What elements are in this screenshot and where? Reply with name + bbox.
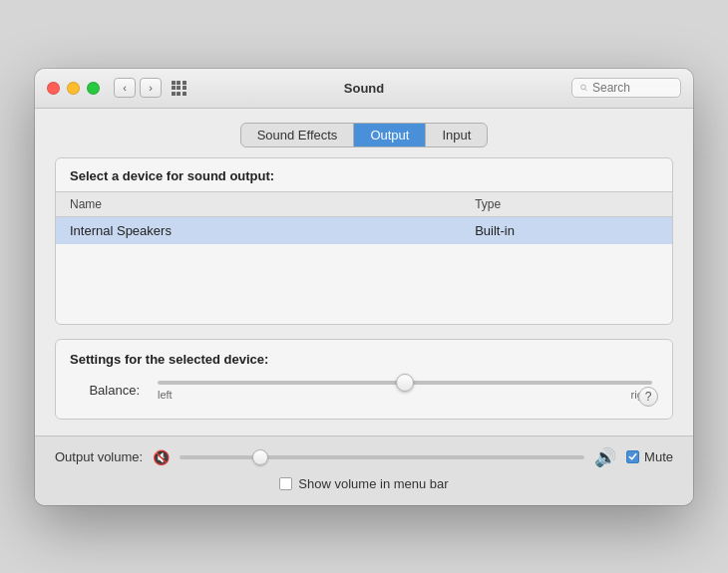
main-window: ‹ › Sound Sound Effects Output Input [35, 69, 693, 505]
content-area: Select a device for sound output: Name T… [35, 157, 693, 435]
tabs-section: Sound Effects Output Input [35, 109, 693, 157]
traffic-lights [47, 82, 100, 95]
svg-line-1 [585, 89, 586, 90]
volume-slider-thumb[interactable] [252, 449, 268, 465]
checkmark-icon [628, 452, 637, 461]
volume-row: Output volume: 🔇 🔊 Mute [55, 446, 673, 468]
volume-low-icon: 🔇 [153, 449, 170, 465]
search-icon [580, 82, 587, 94]
table-row[interactable]: Internal Speakers Built-in [56, 216, 672, 244]
menubar-row: Show volume in menu bar [55, 476, 673, 491]
volume-label: Output volume: [55, 449, 143, 464]
search-box[interactable] [571, 78, 681, 98]
balance-left-label: left [158, 389, 173, 401]
device-table: Name Type Internal Speakers Built-in [56, 191, 672, 324]
device-selection-box: Select a device for sound output: Name T… [55, 157, 673, 325]
forward-button[interactable]: › [140, 78, 162, 98]
tab-output[interactable]: Output [354, 124, 426, 146]
mute-label: Mute [644, 449, 673, 464]
table-empty-row [56, 244, 672, 324]
balance-slider-track[interactable] [158, 381, 652, 385]
balance-slider-thumb[interactable] [396, 374, 414, 392]
col-name: Name [56, 191, 461, 216]
grid-icon [172, 81, 186, 96]
back-button[interactable]: ‹ [114, 78, 136, 98]
svg-point-0 [581, 85, 586, 90]
help-button[interactable]: ? [638, 387, 658, 407]
bottom-bar: Output volume: 🔇 🔊 Mute Show volume in m… [35, 435, 693, 505]
balance-label: Balance: [70, 383, 140, 398]
mute-area: Mute [626, 449, 673, 464]
settings-section: Settings for the selected device: Balanc… [55, 339, 673, 420]
balance-slider-container: left right [152, 381, 658, 401]
device-type: Built-in [461, 216, 672, 244]
col-type: Type [461, 191, 672, 216]
titlebar: ‹ › Sound [35, 69, 693, 109]
nav-buttons: ‹ › [114, 78, 162, 98]
minimize-button[interactable] [67, 82, 80, 95]
menubar-checkbox[interactable] [279, 477, 292, 490]
table-header-row: Name Type [56, 191, 672, 216]
device-section-label: Select a device for sound output: [56, 158, 672, 191]
volume-slider-track[interactable] [180, 455, 584, 459]
tabs: Sound Effects Output Input [240, 123, 489, 147]
maximize-button[interactable] [87, 82, 100, 95]
close-button[interactable] [47, 82, 60, 95]
settings-label: Settings for the selected device: [70, 352, 658, 367]
grid-button[interactable] [168, 78, 189, 98]
menubar-label: Show volume in menu bar [298, 476, 448, 491]
window-title: Sound [344, 81, 384, 96]
volume-high-icon: 🔊 [594, 446, 616, 468]
tab-input[interactable]: Input [426, 124, 487, 146]
mute-checkbox[interactable] [626, 450, 639, 463]
device-name: Internal Speakers [56, 216, 461, 244]
tab-sound-effects[interactable]: Sound Effects [241, 124, 355, 146]
search-input[interactable] [592, 81, 672, 95]
balance-row: Balance: left right [70, 381, 658, 401]
